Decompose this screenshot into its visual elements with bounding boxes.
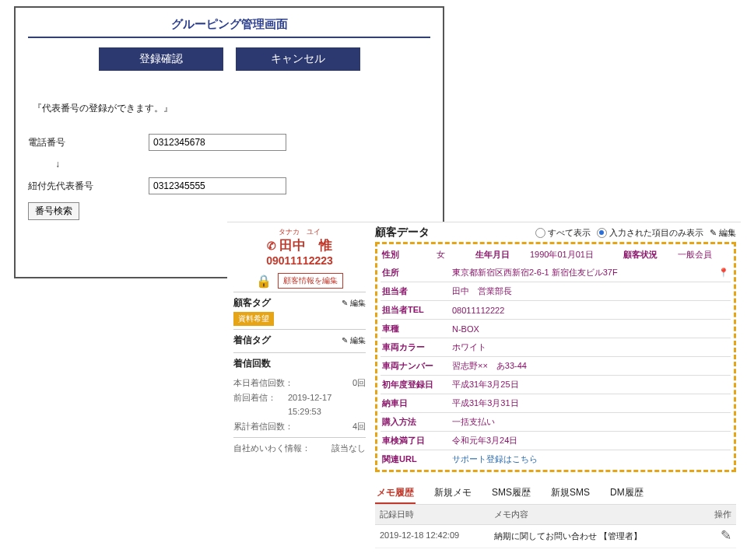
lock-icon: 🔒 [256,274,272,289]
data-row: 車検満了日令和元年3月24日 [381,431,731,450]
customer-tag-title: 顧客タグ [233,296,271,310]
dialog-title: グルーピング管理画面 [28,17,430,32]
data-key: 車検満了日 [382,435,452,446]
sheet-header: 顧客データ すべて表示 入力された項目のみ表示 ✎ 編集 [375,226,736,240]
data-value: N-BOX [452,324,729,334]
customer-data-sheet: 顧客データ すべて表示 入力された項目のみ表示 ✎ 編集 性別 女 生年月日 1… [375,226,736,548]
data-key: 担当者 [382,285,452,297]
data-key: 初年度登録日 [382,379,452,390]
customer-data-box: 性別 女 生年月日 1990年01月01日 顧客状況 一般会員 住所東京都新宿区… [375,242,736,472]
dialog-note: 『代表番号の登録ができます。』 [33,102,430,115]
tab-0[interactable]: メモ履歴 [375,483,416,504]
divider [28,37,430,38]
data-row: 車両カラーホワイト [381,338,731,356]
data-row: 初年度登録日平成31年3月25日 [381,375,731,394]
customer-panel: タナカ ユイ ✆田中 惟 09011112223 🔒 顧客情報を編集 顧客タグ … [227,222,741,549]
customer-name-text: 田中 惟 [279,238,332,253]
spam-info: 自社めいわく情報：該当なし [233,441,366,456]
pencil-icon: ✎ [710,228,717,238]
rep-input[interactable] [149,177,286,194]
phone-row: 電話番号 [28,134,430,151]
incoming-tag-header: 着信タグ ✎ 編集 [233,330,366,349]
customer-tel: 09011112223 [233,254,366,267]
data-key: 車両ナンバー [382,360,452,372]
memo-table-head: 記録日時 メモ内容 操作 [375,505,736,525]
divider [233,437,366,438]
data-key: 車両カラー [382,341,452,353]
data-value: 令和元年3月24日 [452,435,729,446]
tab-3[interactable]: 新規SMS [549,483,591,504]
data-key: 納車日 [382,397,452,409]
memo-ts: 2019-12-18 12:42:09 [375,525,489,548]
data-row: 車種N-BOX [381,319,731,338]
phone-icon: ✆ [267,240,276,252]
rep-label: 紐付先代表番号 [28,180,149,193]
data-row: 担当者TEL08011112222 [381,300,731,319]
data-value: 一括支払い [452,416,729,428]
rep-row: 紐付先代表番号 [28,177,430,194]
sheet-edit[interactable]: ✎ 編集 [710,227,736,239]
data-row-first: 性別 女 生年月日 1990年01月01日 顧客状況 一般会員 [381,246,731,264]
data-value: 習志野×× あ33-44 [452,360,729,372]
sheet-options: すべて表示 入力された項目のみ表示 ✎ 編集 [535,227,736,239]
customer-tag-header: 顧客タグ ✎ 編集 [233,292,366,312]
data-value: 平成31年3月31日 [452,397,729,409]
data-value: 08011112222 [452,306,729,315]
arrow-down: ↓ [55,159,430,170]
data-key: 車種 [382,323,452,334]
phone-label: 電話番号 [28,136,149,149]
data-row: 住所東京都新宿区西新宿2-6-1 新宿住友ビル37F📍 [381,264,731,282]
radio-show-filled[interactable]: 入力された項目のみ表示 [597,227,703,239]
radio-show-all[interactable]: すべて表示 [535,227,591,239]
customer-tag-edit[interactable]: ✎ 編集 [342,298,366,309]
call-count-header: 着信回数 [233,353,366,373]
memo-rows: 2019-12-18 12:42:09納期に関してお問い合わせ 【管理者】✎ [375,525,736,548]
customer-card: タナカ ユイ ✆田中 惟 09011112223 🔒 顧客情報を編集 顧客タグ … [233,227,366,455]
data-row: 購入方法一括支払い [381,412,731,431]
sheet-title: 顧客データ [375,226,430,240]
data-value: 田中 営業部長 [452,285,729,297]
customer-tag-chip[interactable]: 資料希望 [233,312,274,326]
incoming-tag-title: 着信タグ [233,334,271,347]
data-key: 関連URL [382,453,452,465]
memo-row: 2019-12-18 12:42:09納期に関してお問い合わせ 【管理者】✎ [375,525,736,548]
button-row: 登録確認 キャンセル [28,47,430,71]
data-value: 東京都新宿区西新宿2-6-1 新宿住友ビル37F [452,267,715,278]
data-value: ホワイト [452,341,729,353]
lock-row: 🔒 顧客情報を編集 [233,270,366,292]
customer-name: ✆田中 惟 [233,236,366,254]
incoming-tag-edit[interactable]: ✎ 編集 [342,335,366,346]
data-key: 担当者TEL [382,304,452,316]
tab-1[interactable]: 新規メモ [433,483,473,504]
pencil-icon: ✎ [342,299,348,307]
memo-body: 納期に関してお問い合わせ 【管理者】 [489,525,696,548]
tab-2[interactable]: SMS履歴 [490,483,532,504]
data-value: 平成31年3月25日 [452,379,729,390]
cancel-button[interactable]: キャンセル [236,47,360,71]
data-row: 担当者田中 営業部長 [381,282,731,300]
radio-icon [597,228,607,238]
data-row: 関連URLサポート登録はこちら [381,450,731,468]
memo-edit-icon[interactable]: ✎ [696,525,736,548]
memo-tabs: メモ履歴新規メモSMS履歴新規SMSDM履歴 [375,483,736,505]
edit-customer-button[interactable]: 顧客情報を編集 [278,273,343,289]
data-row: 納車日平成31年3月31日 [381,394,731,412]
number-search-button[interactable]: 番号検索 [28,202,79,220]
radio-icon [535,228,545,238]
confirm-button[interactable]: 登録確認 [99,47,223,71]
call-count-title: 着信回数 [233,357,271,370]
data-key: 購入方法 [382,416,452,428]
tab-4[interactable]: DM履歴 [608,483,645,504]
data-row: 車両ナンバー習志野×× あ33-44 [381,356,731,375]
data-value[interactable]: サポート登録はこちら [452,453,729,465]
call-count-list: 本日着信回数：0回 前回着信：2019-12-17 15:29:53 累計着信回… [233,376,366,434]
data-key: 住所 [382,267,452,278]
pencil-icon: ✎ [342,336,348,345]
map-pin-icon[interactable]: 📍 [718,268,729,278]
phone-input[interactable] [149,134,286,151]
